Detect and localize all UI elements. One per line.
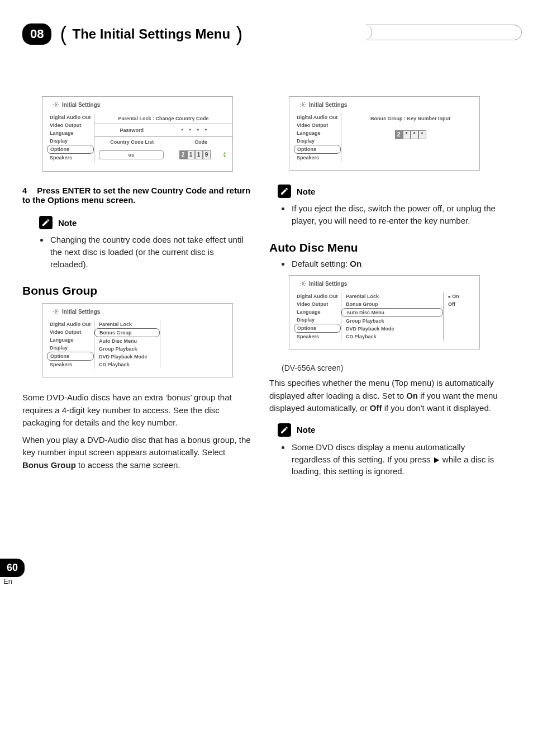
header-decor xyxy=(343,25,522,40)
pencil-note-icon xyxy=(39,216,53,229)
gear-icon xyxy=(299,280,306,287)
col-header-b: Code xyxy=(170,139,232,145)
digit: * xyxy=(411,130,418,139)
submenu-item: Parental Lock xyxy=(94,320,160,328)
close-paren: ) xyxy=(236,22,242,46)
open-paren: ( xyxy=(60,22,66,46)
nav-item-selected: Options xyxy=(47,352,94,361)
chapter-title-wrap: ( The Initial Settings Menu ) xyxy=(60,22,242,46)
note-heading: Note xyxy=(39,216,253,229)
nav-item: Video Output xyxy=(47,121,94,129)
nav-item: Display xyxy=(47,137,94,145)
screenshot-auto-disc: Initial Settings Digital Audio Out Video… xyxy=(289,275,480,349)
gear-icon xyxy=(299,101,306,108)
screenshot-title: Initial Settings xyxy=(62,309,100,315)
screenshot-title: Initial Settings xyxy=(309,281,347,287)
password-mask: * * * * xyxy=(164,127,227,133)
note-label: Note xyxy=(297,425,315,434)
screenshot-bonus-menu: Initial Settings Digital Audio Out Video… xyxy=(42,303,233,377)
gear-icon xyxy=(53,101,59,108)
nav-item: Digital Audio Out xyxy=(294,114,341,121)
page-footer: 60 En xyxy=(22,559,499,588)
pane-title: Bonus Group : Key Number Input xyxy=(341,114,479,126)
nav-item: Video Output xyxy=(294,300,341,308)
note-list: Changing the country code does not take … xyxy=(22,234,253,270)
nav-item: Speakers xyxy=(47,361,94,368)
submenu-item: DVD Playback Mode xyxy=(341,325,443,333)
left-nav: Digital Audio Out Video Output Language … xyxy=(289,292,341,341)
screenshot-header: Initial Settings xyxy=(42,97,232,114)
svg-point-0 xyxy=(55,104,57,106)
nav-item: Video Output xyxy=(294,121,341,129)
pencil-note-icon xyxy=(278,423,291,437)
note-bullet: If you eject the disc, switch the power … xyxy=(291,202,499,227)
digit: 1 xyxy=(187,150,195,159)
nav-item: Language xyxy=(294,129,341,137)
nav-item: Display xyxy=(294,137,341,145)
chapter-number-badge: 08 xyxy=(22,23,51,45)
right-column: Initial Settings Digital Audio Out Video… xyxy=(269,91,499,492)
auto-disc-para: This specifies whether the menu (Top men… xyxy=(269,377,499,415)
screenshot-title: Initial Settings xyxy=(62,102,100,108)
left-nav: Digital Audio Out Video Output Language … xyxy=(289,114,341,162)
note-label: Note xyxy=(297,187,315,196)
nav-item: Digital Audio Out xyxy=(294,292,341,300)
right-pane: Parental Lock : Change Country Code Pass… xyxy=(94,114,232,163)
page-lang: En xyxy=(3,577,28,585)
note-label: Note xyxy=(58,218,77,228)
nav-item: Language xyxy=(294,308,341,316)
auto-disc-heading: Auto Disc Menu xyxy=(269,241,499,254)
chapter-title: The Initial Settings Menu xyxy=(72,26,230,42)
page-number: 60 xyxy=(0,559,25,577)
col-header-a: Country Code List xyxy=(94,139,170,145)
note-heading: Note xyxy=(278,423,499,437)
chapter-header: 08 ( The Initial Settings Menu ) xyxy=(22,22,499,46)
bonus-para-2: When you play a DVD-Audio disc that has … xyxy=(22,434,253,472)
digit: 2 xyxy=(179,150,187,159)
nav-item-selected: Options xyxy=(47,145,94,154)
option-off: Off xyxy=(446,300,477,308)
note-heading: Note xyxy=(278,185,499,198)
value-pane: On Off xyxy=(443,292,479,341)
submenu-item: Parental Lock xyxy=(341,292,443,300)
digit: 2 xyxy=(395,130,403,139)
svg-point-3 xyxy=(302,283,304,285)
note-list: If you eject the disc, switch the power … xyxy=(269,202,499,227)
digit: 9 xyxy=(203,150,211,159)
submenu-item: Bonus Group xyxy=(341,300,443,308)
submenu-item: DVD Playback Mode xyxy=(94,353,160,361)
screenshot-key-input: Initial Settings Digital Audio Out Video… xyxy=(289,96,480,171)
step-number: 4 xyxy=(22,186,27,195)
bonus-group-heading: Bonus Group xyxy=(22,284,253,297)
nav-item: Speakers xyxy=(294,154,341,162)
empty-pane xyxy=(160,320,232,368)
nav-item: Speakers xyxy=(47,154,94,162)
digit: * xyxy=(403,130,411,139)
gear-icon xyxy=(53,308,59,315)
key-digits: 2 * * * xyxy=(341,130,479,139)
screenshot-title: Initial Settings xyxy=(309,102,347,108)
submenu-pane: Parental Lock Bonus Group Auto Disc Menu… xyxy=(341,292,443,341)
submenu-item: Auto Disc Menu xyxy=(94,337,160,345)
digit: * xyxy=(418,130,426,139)
submenu-item: CD Playback xyxy=(341,333,443,341)
nav-item-selected: Options xyxy=(294,145,341,154)
country-row: us 2 1 1 9 ▲▼ xyxy=(94,147,232,163)
submenu-pane: Parental Lock Bonus Group Auto Disc Menu… xyxy=(94,320,160,368)
nav-item: Display xyxy=(47,344,94,352)
svg-point-1 xyxy=(55,311,57,313)
submenu-item: Group Playback xyxy=(341,317,443,325)
submenu-item: Group Playback xyxy=(94,345,160,353)
nav-item: Digital Audio Out xyxy=(47,114,94,121)
digit: 1 xyxy=(195,150,203,159)
key-input-pane: Bonus Group : Key Number Input 2 * * * xyxy=(341,114,479,162)
default-list: Default setting: On xyxy=(269,258,499,270)
screenshot-caption: (DV-656A screen) xyxy=(282,363,499,372)
bonus-para-1: Some DVD-Audio discs have an extra ‘bonu… xyxy=(22,391,253,429)
step-text: Press ENTER to set the new Country Code … xyxy=(22,186,250,205)
note-bullet: Changing the country code does not take … xyxy=(49,234,253,270)
option-on: On xyxy=(446,292,477,300)
nav-item: Language xyxy=(47,129,94,137)
default-setting: Default setting: On xyxy=(291,258,499,270)
password-label: Password xyxy=(100,127,164,133)
